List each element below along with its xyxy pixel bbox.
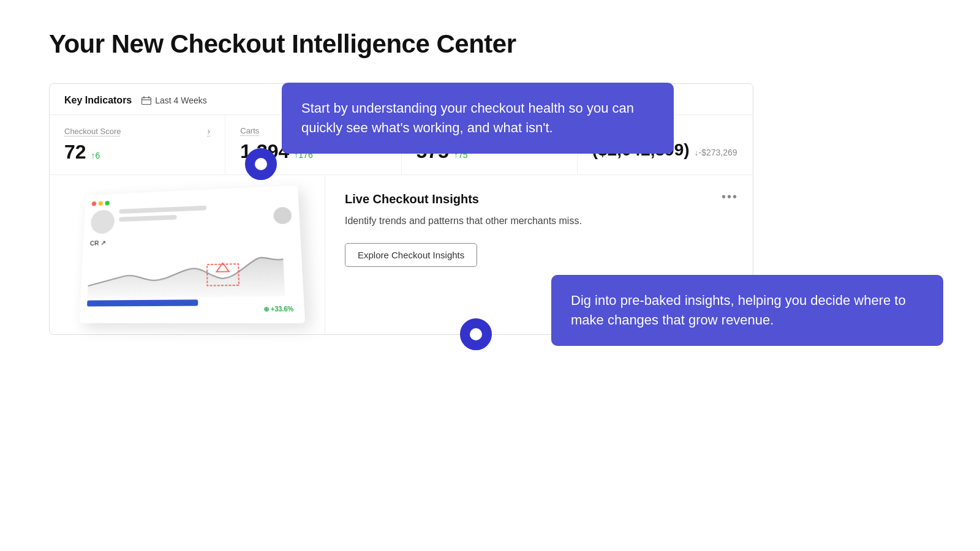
- insight-description: Identify trends and patterns that other …: [345, 214, 733, 228]
- page-title: Your New Checkout Intelligence Center: [49, 29, 931, 59]
- tooltip-bottom-text: Dig into pre-baked insights, helping you…: [571, 291, 924, 330]
- chart-svg: [87, 246, 285, 298]
- chart-illustration: CR ↗: [79, 185, 305, 323]
- chart-cr-label: CR ↗: [89, 233, 293, 247]
- chevron-icon: ›: [208, 126, 211, 136]
- tooltip-top-text: Start by understanding your checkout hea…: [301, 99, 654, 138]
- checkout-score-change: ↑6: [91, 151, 100, 160]
- dot-green: [105, 201, 110, 206]
- chart-blue-bar: [86, 299, 197, 306]
- metric-value-checkout-score: 72 ↑6: [64, 141, 210, 163]
- chart-circle-small: [273, 207, 292, 225]
- calendar-icon: [141, 96, 151, 105]
- metric-cell-checkout-score[interactable]: Checkout Score › 72 ↑6: [50, 115, 225, 174]
- tooltip-top: Start by understanding your checkout hea…: [282, 83, 674, 154]
- dot-red: [91, 201, 96, 206]
- circle-pointer-2: [460, 318, 492, 350]
- chart-header-row: [90, 202, 292, 234]
- main-container: Your New Checkout Intelligence Center St…: [0, 0, 980, 364]
- explore-checkout-insights-button[interactable]: Explore Checkout Insights: [345, 243, 477, 267]
- last-4-weeks: Last 4 Weeks: [141, 96, 207, 105]
- key-indicators-title: Key Indicators: [64, 95, 132, 106]
- metric-label-checkout-score: Checkout Score ›: [64, 126, 210, 136]
- chart-circle-big: [90, 209, 115, 234]
- more-dots-button[interactable]: •••: [722, 190, 738, 204]
- svg-rect-0: [142, 98, 151, 105]
- tooltip-bottom: Dig into pre-baked insights, helping you…: [551, 275, 943, 346]
- dot-yellow: [98, 201, 103, 206]
- chart-green-text: ⊕ +33.6%: [263, 305, 293, 313]
- chart-preview-area: CR ↗: [50, 175, 325, 334]
- abandoned-revenue-change: ↓-$273,269: [695, 148, 737, 157]
- circle-pointer-1: [245, 148, 277, 180]
- insight-title: Live Checkout Insights: [345, 192, 733, 206]
